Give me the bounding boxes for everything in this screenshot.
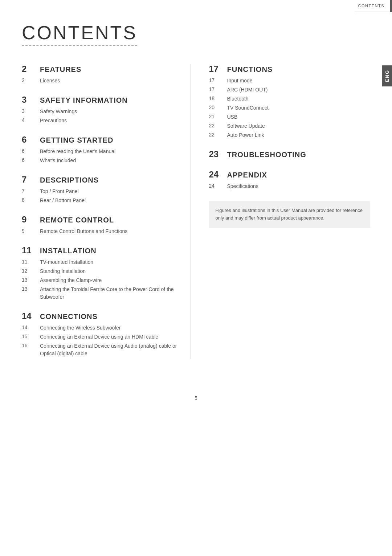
item-number: 8 — [22, 197, 40, 203]
item-number: 6 — [22, 157, 40, 163]
item-text: Before reading the User's Manual — [40, 148, 115, 155]
item-text: Connecting an External Device using an H… — [40, 333, 158, 341]
section-number: 11 — [22, 245, 40, 255]
toc-item: 22Software Update — [209, 122, 371, 130]
toc-item: 14Connecting the Wireless Subwoofer — [22, 324, 183, 332]
item-number: 15 — [22, 333, 40, 339]
section-title: FUNCTIONS — [227, 65, 273, 74]
section-number: 2 — [22, 64, 40, 74]
toc-section: 2FEATURES2Licenses — [22, 64, 183, 85]
toc-item: 21USB — [209, 113, 371, 121]
section-title: GETTING STARTED — [40, 136, 113, 144]
section-number: 23 — [209, 149, 227, 159]
section-header: 2FEATURES — [22, 64, 183, 74]
toc-item: 12Standing Installation — [22, 267, 183, 275]
toc-item: 16Connecting an External Device using Au… — [22, 342, 183, 357]
section-number: 9 — [22, 214, 40, 225]
item-number: 13 — [22, 277, 40, 283]
item-number: 4 — [22, 117, 40, 123]
item-text: Safety Warnings — [40, 108, 77, 115]
item-text: Assembling the Clamp-wire — [40, 277, 102, 284]
item-number: 17 — [209, 86, 227, 92]
toc-item: 13Attaching the Toroidal Ferrite Core to… — [22, 286, 183, 301]
toc-section: 9REMOTE CONTROL9Remote Control Buttons a… — [22, 214, 183, 235]
item-text: TV-mounted Installation — [40, 258, 93, 266]
item-text: Connecting an External Device using Audi… — [40, 342, 183, 357]
page-number: 5 — [0, 395, 392, 401]
item-text: Precautions — [40, 117, 67, 124]
item-text: Input mode — [227, 77, 253, 85]
item-text: Connecting the Wireless Subwoofer — [40, 324, 121, 332]
item-number: 16 — [22, 342, 40, 348]
section-header: 7DESCRIPTIONS — [22, 175, 183, 185]
item-number: 24 — [209, 183, 227, 189]
item-number: 12 — [22, 267, 40, 274]
section-title: FEATURES — [40, 65, 81, 74]
item-number: 18 — [209, 95, 227, 101]
toc-section: 7DESCRIPTIONS7Top / Front Panel8Rear / B… — [22, 175, 183, 204]
toc-item: 20TV SoundConnect — [209, 104, 371, 112]
section-number: 6 — [22, 135, 40, 145]
item-text: Bluetooth — [227, 95, 249, 103]
section-title: REMOTE CONTROL — [40, 216, 114, 224]
section-title: APPENDIX — [227, 171, 267, 179]
section-header: 24APPENDIX — [209, 169, 371, 180]
toc-columns: 2FEATURES2Licenses3SAFETY INFORMATION3Sa… — [22, 64, 370, 359]
toc-item: 6What's Included — [22, 157, 183, 164]
toc-item: 15Connecting an External Device using an… — [22, 333, 183, 341]
item-text: Software Update — [227, 122, 265, 130]
toc-item: 18Bluetooth — [209, 95, 371, 103]
section-header: 3SAFETY INFORMATION — [22, 95, 183, 105]
toc-item: 11TV-mounted Installation — [22, 258, 183, 266]
toc-item: 13Assembling the Clamp-wire — [22, 277, 183, 284]
toc-section: 3SAFETY INFORMATION3Safety Warnings4Prec… — [22, 95, 183, 124]
section-number: 3 — [22, 95, 40, 105]
item-number: 20 — [209, 104, 227, 110]
item-text: Standing Installation — [40, 267, 86, 275]
toc-section: 24APPENDIX24Specifications — [209, 169, 371, 190]
item-text: Top / Front Panel — [40, 188, 79, 195]
item-number: 22 — [209, 131, 227, 138]
item-number: 9 — [22, 228, 40, 234]
toc-section: 17FUNCTIONS17Input mode17ARC (HDMI OUT)1… — [209, 64, 371, 139]
toc-section: 14CONNECTIONS14Connecting the Wireless S… — [22, 311, 183, 357]
main-content: CONTENTS 2FEATURES2Licenses3SAFETY INFOR… — [0, 0, 392, 381]
item-text: Specifications — [227, 183, 258, 190]
section-title: SAFETY INFORMATION — [40, 96, 128, 105]
item-number: 14 — [22, 324, 40, 330]
item-number: 6 — [22, 148, 40, 154]
section-title: INSTALLATION — [40, 247, 97, 255]
item-text: USB — [227, 113, 238, 121]
section-title: TROUBLESHOOTING — [227, 151, 306, 159]
page-title: CONTENTS — [22, 22, 137, 46]
section-number: 14 — [22, 311, 40, 321]
toc-item: 2Licenses — [22, 77, 183, 85]
section-header: 23TROUBLESHOOTING — [209, 149, 371, 159]
section-number: 24 — [209, 169, 227, 180]
item-text: Attaching the Toroidal Ferrite Core to t… — [40, 286, 183, 301]
item-number: 21 — [209, 113, 227, 119]
item-number: 7 — [22, 188, 40, 194]
toc-item: 9Remote Control Buttons and Functions — [22, 228, 183, 235]
toc-item: 24Specifications — [209, 183, 371, 190]
toc-left-column: 2FEATURES2Licenses3SAFETY INFORMATION3Sa… — [22, 64, 191, 359]
item-number: 17 — [209, 77, 227, 83]
item-number: 13 — [22, 286, 40, 292]
section-number: 7 — [22, 175, 40, 185]
toc-item: 7Top / Front Panel — [22, 188, 183, 195]
item-text: ARC (HDMI OUT) — [227, 86, 268, 94]
item-text: Rear / Bottom Panel — [40, 197, 86, 204]
item-text: Auto Power Link — [227, 131, 264, 139]
toc-section: 6GETTING STARTED6Before reading the User… — [22, 135, 183, 164]
toc-item: 4Precautions — [22, 117, 183, 124]
toc-item: 17ARC (HDMI OUT) — [209, 86, 371, 94]
section-header: 14CONNECTIONS — [22, 311, 183, 321]
item-number: 3 — [22, 108, 40, 114]
toc-section: 23TROUBLESHOOTING — [209, 149, 371, 159]
section-header: 17FUNCTIONS — [209, 64, 371, 74]
item-text: What's Included — [40, 157, 76, 164]
section-header: 9REMOTE CONTROL — [22, 214, 183, 225]
toc-right-column: 17FUNCTIONS17Input mode17ARC (HDMI OUT)1… — [205, 64, 371, 359]
toc-item: 6Before reading the User's Manual — [22, 148, 183, 155]
toc-item: 3Safety Warnings — [22, 108, 183, 115]
